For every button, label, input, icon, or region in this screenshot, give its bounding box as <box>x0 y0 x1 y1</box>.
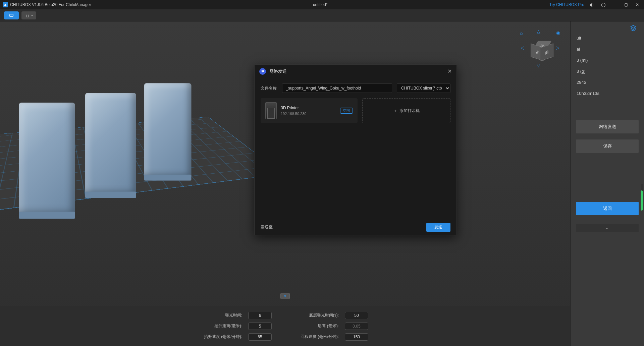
home-view-icon[interactable]: ⌂ <box>520 30 523 36</box>
exposure-label: 曝光时间: <box>202 312 242 318</box>
price-value: 294$ <box>576 78 639 87</box>
try-pro-link[interactable]: Try CHITUBOX Pro <box>549 2 584 7</box>
printer-card[interactable]: 3D Printer 192.168.50.230 空闲 <box>261 98 358 123</box>
minimize-icon[interactable]: ― <box>610 1 619 8</box>
orbit-right-icon[interactable]: ▷ <box>556 45 559 50</box>
printer-status-badge: 空闲 <box>340 108 353 114</box>
printer-name: 3D Printer <box>281 106 336 110</box>
lift-speed-value[interactable]: 65 <box>248 333 272 341</box>
network-send-dialog: 网络发送 ✕ 文件名称 CHITUBOX slicer(*.ctb) 3D Pr… <box>254 64 457 235</box>
retract-speed-value[interactable]: 150 <box>345 333 368 341</box>
send-button[interactable]: 发送 <box>426 223 450 232</box>
layer-height-value[interactable]: 0.05 <box>345 323 368 330</box>
toolbar: ▾ <box>0 9 644 21</box>
model-instance[interactable] <box>19 103 75 215</box>
filename-input[interactable] <box>282 83 392 93</box>
back-button[interactable]: 返回 <box>576 202 639 215</box>
layer-height-label: 层高 (毫米): <box>299 323 339 329</box>
slider-rail[interactable] <box>641 184 643 211</box>
add-printer-label: 添加打印机 <box>399 108 420 114</box>
collapse-panel-icon[interactable]: ︿ <box>576 224 639 232</box>
network-send-button[interactable]: 网络发送 <box>576 120 639 133</box>
account-icon[interactable]: ◯ <box>599 1 607 8</box>
document-title: untitled* <box>91 2 549 7</box>
exposure-value[interactable]: 6 <box>248 312 272 319</box>
maximize-icon[interactable]: ▢ <box>622 1 630 8</box>
print-params-panel: 曝光时间: 6 抬升距离(毫米): 5 抬升速度 (毫米/分钟): 65 底层曝… <box>0 306 570 346</box>
tab-supports-button[interactable]: ▾ <box>21 11 36 19</box>
weight-value: 3 (g) <box>576 67 639 76</box>
svg-rect-0 <box>10 14 13 16</box>
network-icon <box>259 68 266 75</box>
titlebar: CHITUBOX V1.9.6 Beta20 For ChituManager … <box>0 0 644 9</box>
printer-ip: 192.168.50.230 <box>281 112 336 116</box>
resin-value: al <box>576 45 639 54</box>
lift-speed-label: 抬升速度 (毫米/分钟): <box>202 334 242 340</box>
tab-layout-button[interactable] <box>4 11 19 19</box>
add-printer-button[interactable]: ＋ 添加打印机 <box>362 98 450 123</box>
lift-distance-label: 抬升距离(毫米): <box>202 323 242 329</box>
slice-info-panel: ult al 3 (ml) 3 (g) 294$ 10h32m13s 网络发送 … <box>570 21 644 346</box>
bottom-exposure-value[interactable]: 50 <box>345 312 368 319</box>
viewcube: ⌂ ◉ △ ▽ ◁ ▷ 顶 左 前 <box>520 28 560 68</box>
model-instance[interactable] <box>144 83 192 178</box>
theme-icon[interactable]: ◐ <box>588 1 596 8</box>
close-icon[interactable]: ✕ <box>633 1 641 8</box>
filename-label: 文件名称 <box>261 85 277 91</box>
profile-value: ult <box>576 34 639 43</box>
orbit-left-icon[interactable]: ◁ <box>521 45 524 50</box>
close-icon[interactable]: ✕ <box>447 68 452 74</box>
plus-icon: ＋ <box>393 108 397 114</box>
panel-toggle-icon[interactable]: ▼ <box>280 293 290 299</box>
retract-speed-label: 回程速度 (毫米/分钟): <box>299 334 339 340</box>
chevron-down-icon: ▾ <box>31 13 33 17</box>
layers-icon[interactable] <box>630 25 637 33</box>
time-value: 10h32m13s <box>576 89 639 98</box>
printer-thumb-icon <box>265 102 277 119</box>
bottom-exposure-label: 底层曝光时间(s): <box>299 312 339 318</box>
app-title: CHITUBOX V1.9.6 Beta20 For ChituManager <box>10 2 91 7</box>
lift-distance-value[interactable]: 5 <box>248 323 272 330</box>
perspective-icon[interactable]: ◉ <box>556 30 560 36</box>
volume-value: 3 (ml) <box>576 56 639 65</box>
dialog-title: 网络发送 <box>269 68 447 74</box>
orbit-down-icon[interactable]: ▽ <box>537 62 540 68</box>
model-instance[interactable] <box>85 93 136 195</box>
send-to-label: 发送至 <box>261 224 422 230</box>
orbit-up-icon[interactable]: △ <box>537 29 540 34</box>
format-select[interactable]: CHITUBOX slicer(*.ctb) <box>397 83 450 93</box>
app-logo-icon <box>3 2 8 7</box>
save-button[interactable]: 保存 <box>576 139 639 153</box>
